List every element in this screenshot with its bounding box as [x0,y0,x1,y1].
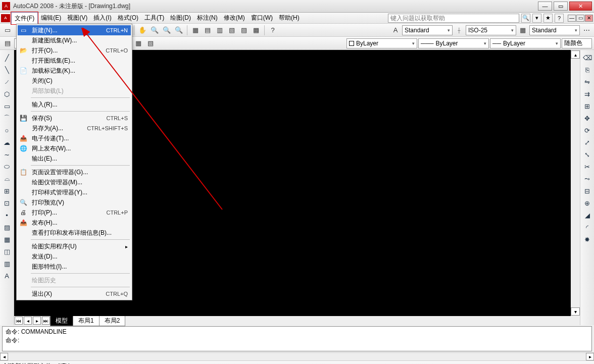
file-menu-item[interactable]: 关闭(C) [18,76,131,86]
fillet-icon[interactable]: ◜ [582,222,593,233]
command-scrollbar[interactable]: ◂ ▸ [0,352,594,360]
tool-palette-icon[interactable]: ▥ [214,25,225,36]
scale-icon[interactable]: ⤢ [582,137,593,148]
revcloud-icon[interactable]: ☁ [2,137,13,148]
region-icon[interactable]: ◫ [2,246,13,257]
mdi-minimize-button[interactable]: — [568,15,576,22]
calc-icon[interactable]: ▩ [251,25,262,36]
tab-layout1[interactable]: 布局1 [73,316,100,326]
style-manager-icon[interactable]: ⋯ [581,25,592,36]
scroll-right-icon[interactable]: ▸ [586,353,594,360]
table-icon[interactable]: ▥ [2,258,13,269]
file-menu-item[interactable]: 图形特性(I)... [18,262,131,272]
hatch-icon[interactable]: ▨ [2,222,13,233]
lineweight-dropdown[interactable]: ──ByLayer▾ [490,38,561,48]
tab-last-icon[interactable]: ⏭ [42,317,50,325]
copy-obj-icon[interactable]: ⎘ [582,64,593,75]
zoom-prev-icon[interactable]: 🔍 [173,25,184,36]
properties-icon[interactable]: ▦ [190,25,201,36]
dim-style-icon[interactable]: ⟊ [454,25,465,36]
ellipse-icon[interactable]: ⬭ [2,161,13,172]
file-menu-item[interactable]: 📂打开(O)...CTRL+O [18,45,131,56]
trim-icon[interactable]: ✂ [582,161,593,172]
rectangle-icon[interactable]: ▭ [2,100,13,112]
rotate-icon[interactable]: ⟳ [582,125,593,136]
mirror-icon[interactable]: ⇋ [582,76,593,87]
join-icon[interactable]: ⊕ [582,197,593,209]
stretch-icon[interactable]: ⤡ [582,149,593,160]
file-menu-item[interactable]: 🔍打印预览(V) [18,197,131,207]
tab-first-icon[interactable]: ⏮ [15,317,23,325]
maximize-button[interactable]: ▭ [554,2,568,11]
app-menu-icon[interactable]: A [1,14,10,22]
menu-dimension[interactable]: 标注(N) [194,12,221,24]
text-style-icon[interactable]: A [390,25,401,36]
circle-icon[interactable]: ○ [2,125,13,136]
mdi-restore-button[interactable]: ▭ [576,15,584,22]
file-menu-item[interactable]: 绘图实用程序(U) [18,241,131,251]
design-center-icon[interactable]: ▤ [202,25,213,36]
explode-icon[interactable]: ✸ [582,234,593,245]
file-menu-item[interactable]: 发送(D)... [18,251,131,262]
file-menu-item[interactable]: ▭新建(N)...CTRL+N [18,25,131,35]
zoom-window-icon[interactable]: 🔍 [161,25,172,36]
menu-edit[interactable]: 编辑(E) [38,12,64,24]
color-dropdown[interactable]: ByLayer▾ [346,38,417,48]
vertical-scrollbar[interactable]: ▴ ▾ [571,50,580,316]
file-menu-item[interactable]: 📤电子传递(T)... [18,133,131,143]
menu-draw[interactable]: 绘图(D) [167,12,194,24]
sheet-set-icon[interactable]: ▧ [226,25,237,36]
file-menu-item[interactable]: 退出(X)CTRL+Q [18,289,131,299]
ellipse-arc-icon[interactable]: ⌓ [2,173,13,184]
polygon-icon[interactable]: ⬡ [2,88,13,99]
file-menu-item[interactable]: 查看打印和发布详细信息(B)... [18,228,131,238]
tab-prev-icon[interactable]: ◂ [24,317,32,325]
dim-style-dropdown[interactable]: ISO-25▾ [466,25,516,35]
chamfer-icon[interactable]: ◢ [582,210,593,221]
line-icon[interactable]: ╱ [2,52,13,63]
scroll-left-icon[interactable]: ◂ [0,353,8,360]
menu-view[interactable]: 视图(V) [64,12,90,24]
scroll-up-icon[interactable]: ▴ [571,50,580,59]
minimize-button[interactable]: — [538,2,552,11]
command-window[interactable]: 命令: COMMANDLINE 命令: [2,326,592,351]
close-button[interactable]: ✕ [569,2,592,11]
erase-icon[interactable]: ⌫ [582,52,593,63]
polyline-icon[interactable]: ⟋ [2,76,13,87]
file-menu-item[interactable]: 📄加载标记集(K)... [18,66,131,76]
layer-iso-icon[interactable]: ▧ [145,38,156,49]
menu-file[interactable]: 文件(F) [11,12,38,24]
help-icon[interactable]: ? [267,25,278,36]
file-menu-item[interactable]: 🖨打印(P)...CTRL+P [18,207,131,218]
file-menu-item[interactable]: 📋页面设置管理器(G)... [18,167,131,177]
tab-next-icon[interactable]: ▸ [33,317,41,325]
menu-insert[interactable]: 插入(I) [90,12,114,24]
tab-layout2[interactable]: 布局2 [99,316,126,326]
gradient-icon[interactable]: ▦ [2,234,13,245]
extend-icon[interactable]: ⤳ [582,173,593,184]
offset-icon[interactable]: ⇉ [582,88,593,99]
spline-icon[interactable]: ∼ [2,149,13,160]
layer-prop-icon[interactable]: ▤ [2,38,13,49]
file-menu-item[interactable]: 打开图纸集(E)... [18,56,131,66]
table-style-icon[interactable]: ▦ [517,25,528,36]
plotstyle-dropdown[interactable]: 随颜色 [562,38,592,48]
scroll-down-icon[interactable]: ▾ [571,307,580,316]
file-menu-item[interactable]: 另存为(A)...CTRL+SHIFT+S [18,123,131,133]
file-menu-item[interactable]: 输入(R)... [18,99,131,110]
mdi-close-button[interactable]: ✕ [585,15,593,22]
file-menu-item[interactable]: 💾保存(S)CTRL+S [18,113,131,123]
info-icon[interactable]: ? [555,14,564,23]
file-menu-item[interactable]: 输出(E)... [18,153,131,164]
markup-icon[interactable]: ▨ [238,25,250,36]
file-menu-item[interactable]: 绘图仪管理器(M)... [18,177,131,187]
table-style-dropdown[interactable]: Standard▾ [529,25,580,35]
star-icon[interactable]: ★ [543,14,553,23]
arc-icon[interactable]: ⌒ [2,113,13,124]
file-menu-item[interactable]: 📤发布(H)... [18,218,131,228]
layer-state-icon[interactable]: ▦ [133,38,144,49]
file-menu-item[interactable]: 🌐网上发布(W)... [18,143,131,153]
tab-model[interactable]: 模型 [50,316,73,326]
file-menu-item[interactable]: 新建图纸集(W)... [18,35,131,45]
insert-block-icon[interactable]: ⊞ [2,185,13,196]
